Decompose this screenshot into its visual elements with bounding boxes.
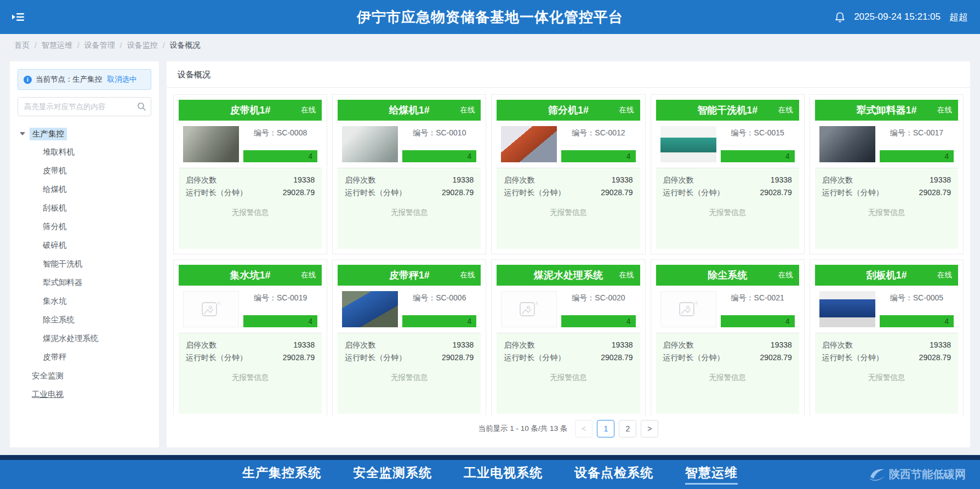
metric-bar: 4 (721, 315, 795, 327)
device-card[interactable]: 筛分机1# 在线 ® 编号：SC-0012 (491, 94, 645, 254)
search-icon[interactable] (137, 102, 146, 113)
tree-node-child[interactable]: 皮带秤 (18, 348, 151, 366)
stat-row: 运行时长（分钟） 29028.79 (504, 351, 633, 364)
footer-tab[interactable]: 生产集控系统 (242, 464, 321, 485)
collapse-menu-icon[interactable] (12, 12, 24, 22)
device-card-top: ® 编号：SC-0008 4 (179, 121, 322, 168)
device-card[interactable]: 犁式卸料器1# 在线 ® 编号：SC-0017 (810, 94, 964, 254)
tree-node[interactable]: 安全监测 (18, 366, 151, 385)
page-button[interactable]: 1 (597, 420, 614, 437)
device-thumbnail: ® (501, 291, 557, 327)
status-badge: 在线 (778, 270, 793, 280)
bell-icon[interactable] (835, 12, 845, 23)
app-root: 伊宁市应急物资储备基地一体化管控平台 2025-09-24 15:21:05 超… (0, 0, 980, 489)
stat-row: 运行时长（分钟） 29028.79 (822, 186, 951, 199)
breadcrumb-item[interactable]: 设备监控 (127, 41, 158, 50)
device-stats: 启停次数 19338 运行时长（分钟） 29028.79 无报警信息 (815, 333, 958, 414)
stat-value: 19338 (771, 174, 792, 186)
stat-value: 29028.79 (442, 186, 474, 199)
main-panel: 设备概况 皮带机1# 在线 ® 编号：SC (167, 61, 970, 447)
caret-down-icon[interactable] (20, 132, 25, 135)
tree-node-child[interactable]: 犁式卸料器 (18, 273, 151, 292)
username[interactable]: 超超 (949, 11, 968, 24)
tree-node-child[interactable]: 除尘系统 (18, 310, 151, 329)
tree-node-child[interactable]: 集水坑 (18, 292, 151, 310)
alarm-status: 无报警信息 (663, 373, 792, 383)
prev-page-button[interactable]: < (575, 420, 592, 437)
device-stats: 启停次数 19338 运行时长（分钟） 29028.79 无报警信息 (338, 333, 481, 414)
metric-bar-value: 4 (944, 152, 949, 161)
metric-bar: 4 (243, 150, 317, 162)
status-badge: 在线 (619, 105, 634, 115)
stat-label: 运行时长（分钟） (822, 351, 884, 364)
device-card[interactable]: 给煤机1# 在线 ® 编号：SC-0010 (332, 94, 486, 254)
device-code-line: 编号：SC-0006 (402, 291, 476, 303)
tree-node-child[interactable]: 破碎机 (18, 236, 151, 254)
device-card[interactable]: 除尘系统 在线 ® 编号：SC-0021 (651, 259, 805, 416)
device-card-top: ® 编号：SC-0012 4 (497, 121, 640, 168)
stat-row: 启停次数 19338 (186, 174, 315, 186)
pagination-summary: 当前显示 1 - 10 条/共 13 条 (478, 424, 568, 434)
stat-value: 19338 (452, 339, 474, 351)
next-page-button[interactable]: > (641, 420, 658, 437)
page-button[interactable]: 2 (619, 420, 636, 437)
device-card[interactable]: 集水坑1# 在线 ® 编号：SC-0019 (173, 259, 327, 416)
device-card-header: 筛分机1# 在线 (497, 100, 640, 121)
tree-node-root[interactable]: 生产集控 (18, 125, 151, 143)
tree-search-box (18, 97, 151, 116)
device-card[interactable]: 皮带秤1# 在线 ® 编号：SC-0006 (332, 259, 486, 416)
status-badge: 在线 (460, 270, 475, 280)
alarm-status: 无报警信息 (186, 208, 315, 218)
device-card[interactable]: 智能干洗机1# 在线 ® 编号：SC-0015 (651, 94, 805, 254)
device-code: SC-0021 (754, 293, 784, 302)
tree-node-child[interactable]: 智能干洗机 (18, 254, 151, 273)
cancel-selection-link[interactable]: 取消选中 (107, 75, 137, 84)
device-meta: 编号：SC-0005 4 (880, 291, 954, 327)
device-thumbnail: ® (183, 126, 239, 162)
footer-tab[interactable]: 设备点检系统 (574, 464, 653, 485)
metric-bar-value: 4 (944, 317, 949, 326)
footer-tabs: 生产集控系统安全监测系统工业电视系统设备点检系统智慧运维 (0, 460, 980, 489)
breadcrumb-item[interactable]: 设备管理 (84, 41, 115, 50)
device-code: SC-0015 (754, 128, 784, 137)
device-card[interactable]: 刮板机1# 在线 ® 编号：SC-0005 (810, 259, 964, 416)
breadcrumb-item[interactable]: 首页 (14, 41, 30, 50)
device-card[interactable]: 煤泥水处理系统 在线 ® 编号：SC-0020 (491, 259, 645, 416)
stat-row: 启停次数 19338 (663, 174, 792, 186)
metric-bar-value: 4 (626, 317, 631, 326)
breadcrumb-item[interactable]: 智慧运维 (42, 41, 72, 50)
topbar-right: 2025-09-24 15:21:05 超超 (835, 11, 968, 24)
image-placeholder-icon: ® (198, 298, 224, 320)
tree-node-child[interactable]: 刮板机 (18, 198, 151, 217)
search-input[interactable] (18, 97, 151, 116)
clock-text: 2025-09-24 15:21:05 (854, 12, 941, 22)
device-code-line: 编号：SC-0015 (721, 126, 795, 138)
device-card[interactable]: 皮带机1# 在线 ® 编号：SC-0008 (173, 94, 327, 254)
device-thumbnail: ® (819, 291, 875, 327)
tree-node-child[interactable]: 皮带机 (18, 161, 151, 180)
tree-node-child[interactable]: 堆取料机 (18, 143, 151, 161)
tree-node[interactable]: 工业电视 (18, 385, 151, 403)
tree-node-child[interactable]: 给煤机 (18, 180, 151, 198)
device-code-line: 编号：SC-0005 (880, 291, 954, 303)
device-tree: 生产集控堆取料机皮带机给煤机刮板机筛分机破碎机智能干洗机犁式卸料器集水坑除尘系统… (18, 125, 151, 403)
metric-bar-value: 4 (468, 152, 472, 161)
stat-row: 启停次数 19338 (663, 339, 792, 351)
tree-node-child[interactable]: 煤泥水处理系统 (18, 329, 151, 348)
footer-tab[interactable]: 智慧运维 (685, 464, 738, 485)
stat-value: 29028.79 (919, 351, 951, 364)
breadcrumb-separator: / (120, 41, 122, 50)
footer-tab[interactable]: 安全监测系统 (353, 464, 432, 485)
device-card-header: 除尘系统 在线 (656, 265, 799, 286)
stat-row: 启停次数 19338 (345, 174, 474, 186)
stat-value: 19338 (612, 339, 633, 351)
footer-tab[interactable]: 工业电视系统 (464, 464, 543, 485)
device-thumbnail: ® (501, 126, 557, 162)
device-name: 刮板机1# (866, 269, 907, 282)
tree-node-child[interactable]: 筛分机 (18, 217, 151, 236)
svg-text:®: ® (695, 302, 698, 305)
device-card-top: ® 编号：SC-0017 4 (815, 121, 958, 168)
device-name: 犁式卸料器1# (856, 104, 916, 117)
alarm-status: 无报警信息 (822, 373, 951, 383)
stat-value: 29028.79 (601, 351, 633, 364)
